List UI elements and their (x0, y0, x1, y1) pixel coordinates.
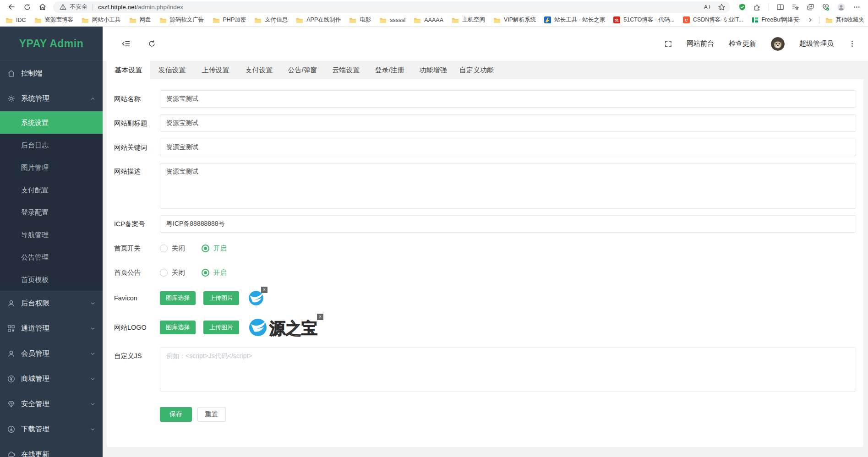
collapse-menu-icon[interactable] (122, 40, 131, 47)
bookmark-label: 站长工具 - 站长之家 (554, 16, 605, 24)
bookmark-item[interactable]: 网盘 (129, 16, 151, 24)
read-aloud-icon[interactable]: A (703, 3, 711, 11)
extensions-icon[interactable] (753, 3, 761, 11)
sidebar-item-online-update[interactable]: 在线更新 (0, 442, 103, 457)
reload-icon[interactable] (21, 1, 33, 13)
bookmark-item[interactable]: 电影 (349, 16, 371, 24)
bookmark-item[interactable]: 支付信息 (254, 16, 288, 24)
fullscreen-icon[interactable] (665, 40, 672, 48)
tab-1[interactable]: 发信设置 (150, 61, 194, 79)
sidebar-item-admin-auth[interactable]: 后台权限 (0, 291, 103, 316)
home-switch-on-radio[interactable]: 开启 (202, 244, 227, 253)
online-update-icon (7, 451, 15, 457)
bookmark-item[interactable]: 站长工具 - 站长之家 (544, 16, 605, 24)
field-label: 网站关键词 (114, 139, 160, 156)
adblock-shield-icon[interactable] (738, 3, 746, 11)
favicon-remove-button[interactable]: × (261, 287, 267, 293)
bookmark-item[interactable]: 网站小工具 (82, 16, 121, 24)
home-icon[interactable] (37, 1, 49, 13)
address-bar[interactable]: 不安全 cszf.httple.net /admin.php/index A (53, 1, 730, 13)
sidebar-item-member-manage[interactable]: 会员管理 (0, 341, 103, 366)
admin-avatar[interactable] (771, 37, 785, 51)
bookmark-label: AAAAA (424, 17, 443, 23)
tab-0[interactable]: 基本设置 (107, 61, 150, 79)
sidebar-item-nav-manage[interactable]: 导航管理 (0, 223, 103, 246)
tab-6[interactable]: 登录/注册 (368, 61, 411, 79)
logo-remove-button[interactable]: × (317, 314, 323, 320)
tab-7[interactable]: 功能增强 (411, 61, 455, 79)
sidebar-item-home-template[interactable]: 首页模板 (0, 268, 103, 291)
favorite-star-icon[interactable] (718, 3, 726, 11)
bookmarks-overflow-chevron-icon[interactable] (808, 17, 813, 22)
home-switch-off-radio[interactable]: 关闭 (160, 244, 185, 253)
sidebar-item-console[interactable]: 控制端 (0, 61, 103, 86)
browser-essentials-icon[interactable] (822, 3, 830, 11)
bookmark-item[interactable]: PHP加密 (213, 16, 246, 24)
site-keywords-input[interactable] (160, 139, 856, 156)
logo-upload-button[interactable]: 上传图片 (203, 321, 239, 334)
form-row-home-switch: 首页开关 关闭 开启 (114, 239, 856, 257)
more-menu-icon[interactable] (853, 3, 861, 11)
sidebar-item-notice-manage[interactable]: 公告管理 (0, 246, 103, 268)
bookmark-item[interactable]: 主机空间 (452, 16, 485, 24)
bookmark-item[interactable]: IDC (5, 17, 26, 23)
tab-3[interactable]: 支付设置 (237, 61, 281, 79)
tab-4[interactable]: 公告/弹窗 (281, 61, 324, 79)
sidebar-item-admin-logs[interactable]: 后台日志 (0, 134, 103, 156)
tab-2[interactable]: 上传设置 (194, 61, 237, 79)
back-icon[interactable] (5, 1, 17, 13)
svg-text:C: C (685, 18, 688, 22)
favorites-hub-icon[interactable] (792, 3, 799, 11)
tab-5[interactable]: 云端设置 (324, 61, 368, 79)
sidebar-item-download-manage[interactable]: 下载管理 (0, 417, 103, 442)
sidebar-item-system-settings[interactable]: 系统设置 (0, 111, 103, 134)
bookmark-item[interactable]: APP在线制作 (296, 16, 341, 24)
site-name-input[interactable] (160, 90, 856, 108)
site-desc-textarea[interactable]: 资源宝测试 (160, 163, 856, 209)
check-update-link[interactable]: 检查更新 (729, 39, 756, 48)
sidebar-item-login-config[interactable]: 登录配置 (0, 201, 103, 223)
sidebar-item-channel-manage[interactable]: 通道管理 (0, 316, 103, 341)
chevron-up-icon (90, 96, 95, 101)
sidebar-item-payment-config[interactable]: 支付配置 (0, 179, 103, 201)
reset-button[interactable]: 重置 (197, 407, 226, 422)
bookmark-item[interactable]: AAAAA (414, 17, 443, 23)
profile-icon[interactable] (837, 3, 846, 11)
system-manage-icon (7, 95, 15, 103)
site-subtitle-input[interactable] (160, 114, 856, 132)
split-screen-icon[interactable] (776, 3, 784, 11)
bookmark-item[interactable]: VIP解析系统 (493, 16, 536, 24)
sidebar-item-system-manage[interactable]: 系统管理 (0, 86, 103, 111)
save-button[interactable]: 保存 (160, 407, 192, 422)
sidebar-item-shop-manage[interactable]: 商城管理 (0, 366, 103, 392)
field-label: 网站副标题 (114, 114, 160, 132)
home-notice-off-radio[interactable]: 关闭 (160, 268, 185, 277)
svg-text:51: 51 (615, 18, 619, 22)
custom-js-textarea[interactable] (160, 348, 856, 392)
bookmark-item[interactable]: 源码软文广告 (159, 16, 204, 24)
duplicate-tab-icon[interactable] (807, 3, 814, 11)
icp-number-input[interactable] (160, 215, 856, 233)
radio-label: 开启 (213, 268, 227, 277)
sidebar-item-image-manage[interactable]: 图片管理 (0, 156, 103, 179)
favicon-gallery-button[interactable]: 图库选择 (160, 291, 196, 305)
home-notice-on-radio[interactable]: 开启 (202, 268, 227, 277)
logo-gallery-button[interactable]: 图库选择 (160, 321, 196, 334)
frontend-link[interactable]: 网站前台 (687, 39, 714, 48)
folder-icon (379, 17, 387, 23)
sidebar-item-security-manage[interactable]: 安全管理 (0, 392, 103, 417)
bookmark-item[interactable]: sssssl (379, 17, 405, 23)
kebab-menu-icon[interactable] (848, 40, 856, 48)
bookmark-item[interactable]: CCSDN博客-专业IT... (683, 16, 743, 24)
console-icon (7, 70, 15, 77)
refresh-page-icon[interactable] (148, 40, 156, 48)
bookmark-item[interactable]: 资源宝博客 (34, 16, 74, 24)
field-label: 首页公告 (114, 264, 160, 281)
bookmark-item[interactable]: 5151CTO博客 - 代码... (613, 16, 675, 24)
security-label[interactable]: 不安全 (70, 3, 87, 11)
other-bookmarks-folder[interactable]: 其他收藏夹 (825, 16, 865, 24)
admin-name[interactable]: 超级管理员 (799, 39, 834, 48)
bookmark-item[interactable]: FreeBuf网络安全行... (752, 16, 800, 24)
tab-8[interactable]: 自定义功能 (455, 61, 498, 79)
favicon-upload-button[interactable]: 上传图片 (203, 291, 239, 305)
